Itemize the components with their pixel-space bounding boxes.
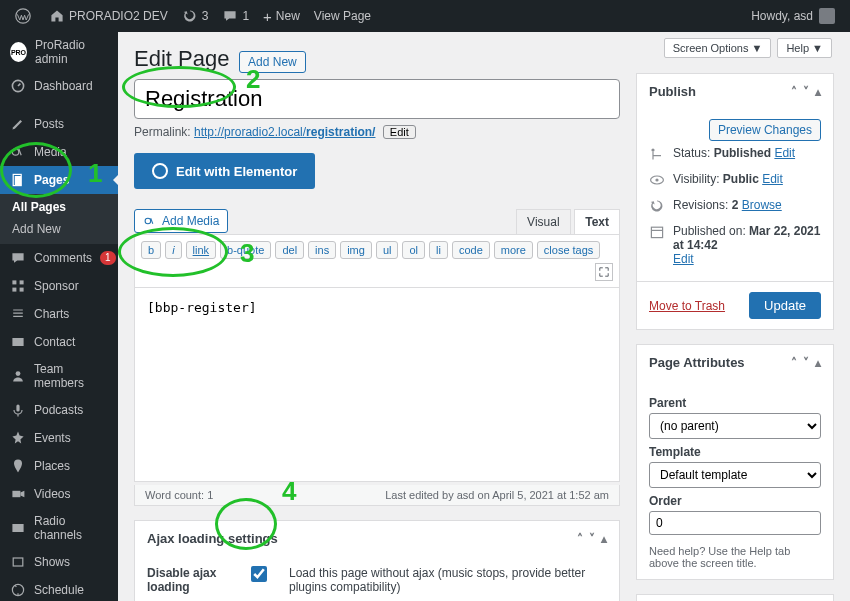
template-select[interactable]: Default template — [649, 462, 821, 488]
sidebar-item-label: Posts — [34, 117, 64, 131]
qt-ul[interactable]: ul — [376, 241, 399, 259]
sidebar-item-events[interactable]: Events — [0, 424, 118, 452]
disable-ajax-checkbox[interactable] — [251, 566, 267, 582]
qt-code[interactable]: code — [452, 241, 490, 259]
qt-li[interactable]: li — [429, 241, 448, 259]
qt-ins[interactable]: ins — [308, 241, 336, 259]
toggle-icon[interactable]: ▴ — [815, 356, 821, 370]
toggle-icon[interactable]: ▴ — [815, 85, 821, 99]
wp-logo[interactable] — [8, 0, 42, 32]
svg-rect-14 — [13, 558, 23, 566]
visibility-value: Public — [723, 172, 759, 186]
move-to-trash-link[interactable]: Move to Trash — [649, 299, 725, 313]
add-new-button[interactable]: Add New — [239, 51, 306, 73]
fullscreen-button[interactable] — [595, 263, 613, 281]
sidebar-item-comments[interactable]: Comments1 — [0, 244, 118, 272]
revisions-value: 2 — [732, 198, 739, 212]
elementor-icon — [152, 163, 168, 179]
sidebar-item-label: Schedule — [34, 583, 84, 597]
content-textarea[interactable]: [bbp-register] — [134, 287, 620, 482]
sidebar-item-contact[interactable]: Contact — [0, 328, 118, 356]
howdy-link[interactable]: Howdy, asd — [744, 0, 842, 32]
pub-published-row: Published on: Mar 22, 2021 at 14:42Edit — [649, 219, 821, 271]
edit-with-elementor-button[interactable]: Edit with Elementor — [134, 153, 315, 189]
tab-visual[interactable]: Visual — [516, 209, 570, 234]
title-input[interactable] — [134, 79, 620, 119]
postbox-attributes-header[interactable]: Page Attributes˄˅▴ — [637, 345, 833, 380]
postbox-publish-header[interactable]: Publish˄˅▴ — [637, 74, 833, 109]
disable-ajax-desc: Load this page without ajax (music stops… — [289, 566, 607, 594]
update-button[interactable]: Update — [749, 292, 821, 319]
sidebar-item-sponsor[interactable]: Sponsor — [0, 272, 118, 300]
postbox-featured-header[interactable]: Featured image˄˅▴ — [637, 595, 833, 601]
postbox-title: Publish — [649, 84, 696, 99]
svg-point-2 — [12, 149, 18, 155]
permalink-edit-button[interactable]: Edit — [383, 125, 416, 139]
svg-rect-13 — [12, 524, 23, 532]
view-page-link[interactable]: View Page — [307, 0, 378, 32]
status-label: Status: — [673, 146, 710, 160]
parent-select[interactable]: (no parent) — [649, 413, 821, 439]
new-link[interactable]: +New — [256, 0, 307, 32]
screen-options-button[interactable]: Screen Options ▼ — [664, 38, 772, 58]
comments-link[interactable]: 1 — [215, 0, 256, 32]
permalink-link[interactable]: http://proradio2.local/registration/ — [194, 125, 375, 139]
site-home[interactable]: PRORADIO2 DEV — [42, 0, 175, 32]
postbox-ajax-header[interactable]: Ajax loading settings˄˅▴ — [135, 521, 619, 556]
order-label: Order — [649, 494, 821, 508]
sidebar-brand[interactable]: PROProRadio admin — [0, 32, 118, 72]
sidebar-item-posts[interactable]: Posts — [0, 110, 118, 138]
sidebar-item-videos[interactable]: Videos — [0, 480, 118, 508]
move-up-icon[interactable]: ˄ — [577, 532, 583, 546]
sidebar-item-places[interactable]: Places — [0, 452, 118, 480]
move-down-icon[interactable]: ˅ — [589, 532, 595, 546]
qt-ol[interactable]: ol — [402, 241, 425, 259]
qt-bquote[interactable]: b-quote — [220, 241, 271, 259]
visibility-edit-link[interactable]: Edit — [762, 172, 783, 186]
move-down-icon[interactable]: ˅ — [803, 356, 809, 370]
wordcount-label: Word count: — [145, 489, 204, 501]
sidebar-item-schedule[interactable]: Schedule — [0, 576, 118, 601]
add-media-button[interactable]: Add Media — [134, 209, 228, 233]
move-up-icon[interactable]: ˄ — [791, 356, 797, 370]
sidebar-item-radio[interactable]: Radio channels — [0, 508, 118, 548]
published-edit-link[interactable]: Edit — [673, 252, 694, 266]
move-down-icon[interactable]: ˅ — [803, 85, 809, 99]
submenu-all-pages[interactable]: All Pages — [0, 196, 118, 218]
sidebar-item-pages[interactable]: Pages — [0, 166, 118, 194]
sidebar-item-label: Podcasts — [34, 403, 83, 417]
qt-close[interactable]: close tags — [537, 241, 601, 259]
submenu-add-new[interactable]: Add New — [0, 218, 118, 240]
sidebar-item-label: Comments — [34, 251, 92, 265]
tab-text[interactable]: Text — [574, 209, 620, 234]
sidebar-item-shows[interactable]: Shows — [0, 548, 118, 576]
svg-rect-24 — [651, 227, 662, 237]
order-input[interactable] — [649, 511, 821, 535]
qt-b[interactable]: b — [141, 241, 161, 259]
preview-changes-button[interactable]: Preview Changes — [709, 119, 821, 141]
updates-link[interactable]: 3 — [175, 0, 216, 32]
qt-del[interactable]: del — [275, 241, 304, 259]
revisions-browse-link[interactable]: Browse — [742, 198, 782, 212]
admin-sidebar: PROProRadio admin Dashboard Posts Media … — [0, 32, 118, 601]
qt-img[interactable]: img — [340, 241, 372, 259]
template-label: Template — [649, 445, 821, 459]
sidebar-item-charts[interactable]: Charts — [0, 300, 118, 328]
sidebar-item-label: Charts — [34, 307, 69, 321]
sidebar-item-label: Shows — [34, 555, 70, 569]
move-up-icon[interactable]: ˄ — [791, 85, 797, 99]
updates-count: 3 — [202, 9, 209, 23]
sidebar-item-podcasts[interactable]: Podcasts — [0, 396, 118, 424]
sidebar-item-media[interactable]: Media — [0, 138, 118, 166]
sidebar-item-label: Videos — [34, 487, 70, 501]
help-button[interactable]: Help ▼ — [777, 38, 832, 58]
page-title: Edit Page — [134, 46, 229, 72]
toggle-icon[interactable]: ▴ — [601, 532, 607, 546]
sidebar-item-dashboard[interactable]: Dashboard — [0, 72, 118, 100]
sidebar-item-team[interactable]: Team members — [0, 356, 118, 396]
status-edit-link[interactable]: Edit — [774, 146, 795, 160]
qt-i[interactable]: i — [165, 241, 181, 259]
qt-more[interactable]: more — [494, 241, 533, 259]
qt-link[interactable]: link — [186, 241, 217, 259]
wordcount-value: 1 — [207, 489, 213, 501]
